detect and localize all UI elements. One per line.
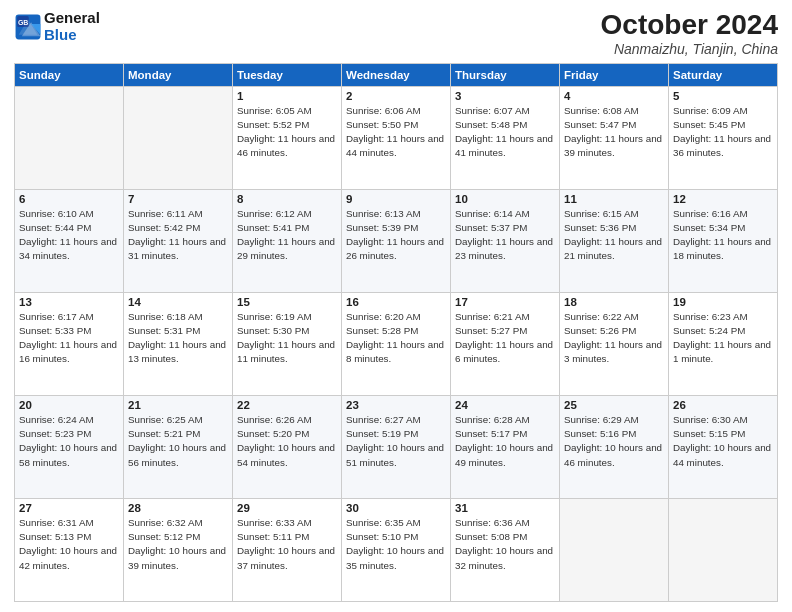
day-number: 20: [19, 399, 119, 411]
col-tuesday: Tuesday: [233, 63, 342, 86]
calendar-cell: 11Sunrise: 6:15 AM Sunset: 5:36 PM Dayli…: [560, 189, 669, 292]
day-info: Sunrise: 6:15 AM Sunset: 5:36 PM Dayligh…: [564, 207, 664, 264]
calendar-week-row: 27Sunrise: 6:31 AM Sunset: 5:13 PM Dayli…: [15, 498, 778, 601]
day-number: 26: [673, 399, 773, 411]
calendar-cell: 10Sunrise: 6:14 AM Sunset: 5:37 PM Dayli…: [451, 189, 560, 292]
day-number: 16: [346, 296, 446, 308]
calendar-cell: 15Sunrise: 6:19 AM Sunset: 5:30 PM Dayli…: [233, 292, 342, 395]
day-info: Sunrise: 6:06 AM Sunset: 5:50 PM Dayligh…: [346, 104, 446, 161]
day-info: Sunrise: 6:24 AM Sunset: 5:23 PM Dayligh…: [19, 413, 119, 470]
calendar-cell: 30Sunrise: 6:35 AM Sunset: 5:10 PM Dayli…: [342, 498, 451, 601]
day-number: 11: [564, 193, 664, 205]
day-number: 8: [237, 193, 337, 205]
calendar-cell: 1Sunrise: 6:05 AM Sunset: 5:52 PM Daylig…: [233, 86, 342, 189]
calendar-cell: 21Sunrise: 6:25 AM Sunset: 5:21 PM Dayli…: [124, 395, 233, 498]
day-info: Sunrise: 6:11 AM Sunset: 5:42 PM Dayligh…: [128, 207, 228, 264]
day-number: 1: [237, 90, 337, 102]
svg-text:GB: GB: [18, 19, 29, 26]
day-number: 23: [346, 399, 446, 411]
day-number: 25: [564, 399, 664, 411]
day-info: Sunrise: 6:08 AM Sunset: 5:47 PM Dayligh…: [564, 104, 664, 161]
day-number: 9: [346, 193, 446, 205]
day-number: 7: [128, 193, 228, 205]
day-number: 14: [128, 296, 228, 308]
day-info: Sunrise: 6:25 AM Sunset: 5:21 PM Dayligh…: [128, 413, 228, 470]
calendar-week-row: 20Sunrise: 6:24 AM Sunset: 5:23 PM Dayli…: [15, 395, 778, 498]
day-info: Sunrise: 6:35 AM Sunset: 5:10 PM Dayligh…: [346, 516, 446, 573]
location: Nanmaizhu, Tianjin, China: [601, 41, 778, 57]
day-number: 5: [673, 90, 773, 102]
calendar-cell: 25Sunrise: 6:29 AM Sunset: 5:16 PM Dayli…: [560, 395, 669, 498]
calendar-cell: 4Sunrise: 6:08 AM Sunset: 5:47 PM Daylig…: [560, 86, 669, 189]
calendar-week-row: 6Sunrise: 6:10 AM Sunset: 5:44 PM Daylig…: [15, 189, 778, 292]
calendar-cell: 8Sunrise: 6:12 AM Sunset: 5:41 PM Daylig…: [233, 189, 342, 292]
col-saturday: Saturday: [669, 63, 778, 86]
calendar-cell: 9Sunrise: 6:13 AM Sunset: 5:39 PM Daylig…: [342, 189, 451, 292]
calendar-cell: 3Sunrise: 6:07 AM Sunset: 5:48 PM Daylig…: [451, 86, 560, 189]
month-title: October 2024: [601, 10, 778, 41]
day-info: Sunrise: 6:19 AM Sunset: 5:30 PM Dayligh…: [237, 310, 337, 367]
calendar-cell: 18Sunrise: 6:22 AM Sunset: 5:26 PM Dayli…: [560, 292, 669, 395]
day-number: 31: [455, 502, 555, 514]
col-friday: Friday: [560, 63, 669, 86]
calendar-cell: 28Sunrise: 6:32 AM Sunset: 5:12 PM Dayli…: [124, 498, 233, 601]
calendar-cell: 14Sunrise: 6:18 AM Sunset: 5:31 PM Dayli…: [124, 292, 233, 395]
day-info: Sunrise: 6:22 AM Sunset: 5:26 PM Dayligh…: [564, 310, 664, 367]
calendar-cell: 27Sunrise: 6:31 AM Sunset: 5:13 PM Dayli…: [15, 498, 124, 601]
day-number: 22: [237, 399, 337, 411]
logo-text: General Blue: [44, 10, 100, 43]
day-info: Sunrise: 6:13 AM Sunset: 5:39 PM Dayligh…: [346, 207, 446, 264]
day-info: Sunrise: 6:27 AM Sunset: 5:19 PM Dayligh…: [346, 413, 446, 470]
calendar-cell: 29Sunrise: 6:33 AM Sunset: 5:11 PM Dayli…: [233, 498, 342, 601]
calendar-cell: 22Sunrise: 6:26 AM Sunset: 5:20 PM Dayli…: [233, 395, 342, 498]
day-number: 24: [455, 399, 555, 411]
calendar-cell: 24Sunrise: 6:28 AM Sunset: 5:17 PM Dayli…: [451, 395, 560, 498]
calendar-cell: 7Sunrise: 6:11 AM Sunset: 5:42 PM Daylig…: [124, 189, 233, 292]
calendar-table: Sunday Monday Tuesday Wednesday Thursday…: [14, 63, 778, 602]
day-info: Sunrise: 6:05 AM Sunset: 5:52 PM Dayligh…: [237, 104, 337, 161]
day-info: Sunrise: 6:14 AM Sunset: 5:37 PM Dayligh…: [455, 207, 555, 264]
calendar-cell: 2Sunrise: 6:06 AM Sunset: 5:50 PM Daylig…: [342, 86, 451, 189]
header: GB General Blue October 2024 Nanmaizhu, …: [14, 10, 778, 57]
calendar-cell: 17Sunrise: 6:21 AM Sunset: 5:27 PM Dayli…: [451, 292, 560, 395]
day-number: 30: [346, 502, 446, 514]
day-info: Sunrise: 6:10 AM Sunset: 5:44 PM Dayligh…: [19, 207, 119, 264]
calendar-cell: [124, 86, 233, 189]
day-number: 29: [237, 502, 337, 514]
calendar-cell: 19Sunrise: 6:23 AM Sunset: 5:24 PM Dayli…: [669, 292, 778, 395]
calendar-cell: 13Sunrise: 6:17 AM Sunset: 5:33 PM Dayli…: [15, 292, 124, 395]
day-info: Sunrise: 6:20 AM Sunset: 5:28 PM Dayligh…: [346, 310, 446, 367]
col-thursday: Thursday: [451, 63, 560, 86]
day-number: 12: [673, 193, 773, 205]
day-info: Sunrise: 6:33 AM Sunset: 5:11 PM Dayligh…: [237, 516, 337, 573]
day-number: 13: [19, 296, 119, 308]
weekday-header-row: Sunday Monday Tuesday Wednesday Thursday…: [15, 63, 778, 86]
day-number: 27: [19, 502, 119, 514]
day-info: Sunrise: 6:12 AM Sunset: 5:41 PM Dayligh…: [237, 207, 337, 264]
day-info: Sunrise: 6:18 AM Sunset: 5:31 PM Dayligh…: [128, 310, 228, 367]
logo: GB General Blue: [14, 10, 100, 43]
calendar-cell: 16Sunrise: 6:20 AM Sunset: 5:28 PM Dayli…: [342, 292, 451, 395]
calendar-cell: 31Sunrise: 6:36 AM Sunset: 5:08 PM Dayli…: [451, 498, 560, 601]
day-number: 10: [455, 193, 555, 205]
calendar-cell: 6Sunrise: 6:10 AM Sunset: 5:44 PM Daylig…: [15, 189, 124, 292]
calendar-cell: [15, 86, 124, 189]
col-monday: Monday: [124, 63, 233, 86]
day-number: 2: [346, 90, 446, 102]
calendar-week-row: 13Sunrise: 6:17 AM Sunset: 5:33 PM Dayli…: [15, 292, 778, 395]
calendar-cell: 23Sunrise: 6:27 AM Sunset: 5:19 PM Dayli…: [342, 395, 451, 498]
calendar-cell: 5Sunrise: 6:09 AM Sunset: 5:45 PM Daylig…: [669, 86, 778, 189]
page: GB General Blue October 2024 Nanmaizhu, …: [0, 0, 792, 612]
calendar-week-row: 1Sunrise: 6:05 AM Sunset: 5:52 PM Daylig…: [15, 86, 778, 189]
day-number: 19: [673, 296, 773, 308]
day-info: Sunrise: 6:16 AM Sunset: 5:34 PM Dayligh…: [673, 207, 773, 264]
logo-icon: GB: [14, 13, 42, 41]
day-info: Sunrise: 6:21 AM Sunset: 5:27 PM Dayligh…: [455, 310, 555, 367]
day-info: Sunrise: 6:29 AM Sunset: 5:16 PM Dayligh…: [564, 413, 664, 470]
day-info: Sunrise: 6:32 AM Sunset: 5:12 PM Dayligh…: [128, 516, 228, 573]
day-info: Sunrise: 6:23 AM Sunset: 5:24 PM Dayligh…: [673, 310, 773, 367]
day-info: Sunrise: 6:26 AM Sunset: 5:20 PM Dayligh…: [237, 413, 337, 470]
day-info: Sunrise: 6:28 AM Sunset: 5:17 PM Dayligh…: [455, 413, 555, 470]
calendar-cell: [560, 498, 669, 601]
day-number: 18: [564, 296, 664, 308]
